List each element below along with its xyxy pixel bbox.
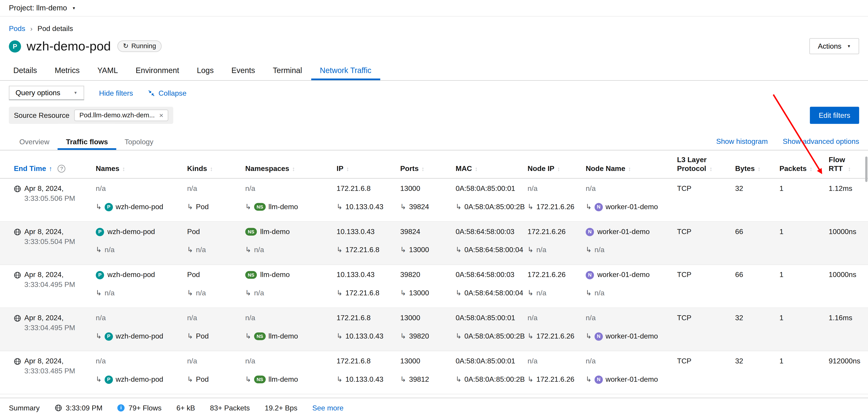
project-selector[interactable]: Project: llm-demo ▼: [9, 4, 76, 12]
sort-icon[interactable]: ↕: [709, 165, 712, 173]
source-value: wzh-demo-pod: [107, 227, 155, 236]
cell-end-time: Apr 8, 2024,3:33:03.485 PM: [14, 351, 96, 394]
help-icon[interactable]: ?: [58, 165, 65, 173]
cell-packets: 1: [779, 308, 829, 350]
page-title: wzh-demo-pod: [27, 39, 111, 54]
source-value: n/a: [187, 357, 197, 366]
destination-arrow-icon: ↳: [187, 375, 193, 384]
sort-ascending-icon[interactable]: ↑: [49, 165, 52, 173]
value: TCP: [677, 227, 691, 236]
node-badge: N: [595, 203, 603, 211]
subtab-overview[interactable]: Overview: [11, 134, 58, 150]
sort-icon[interactable]: ↕: [557, 165, 560, 173]
tab-logs[interactable]: Logs: [188, 61, 223, 80]
cell-mac: 0A:58:0A:85:00:01↳0A:58:0A:85:00:2B: [456, 179, 528, 221]
sort-icon[interactable]: ↕: [809, 165, 812, 173]
column-label: MAC: [456, 164, 472, 173]
column-header-ip[interactable]: IP↕: [337, 164, 400, 178]
chip-close-icon[interactable]: ×: [159, 111, 163, 119]
table-row[interactable]: Apr 8, 2024,3:33:05.504 PMPwzh-demo-pod↳…: [0, 222, 868, 265]
source-value: n/a: [528, 184, 537, 193]
cell-ports: 39820↳13000: [400, 265, 456, 308]
destination-value: 39820: [409, 332, 429, 341]
column-header-mac[interactable]: MAC↕: [456, 164, 528, 178]
destination-value: n/a: [104, 246, 115, 254]
cell-bytes: 32: [735, 179, 779, 221]
status-badge-label: Running: [131, 42, 156, 50]
summary-bar: Summary 3:33:09 PM i 79+ Flows 6+ kB 83+…: [0, 398, 868, 417]
summary-packets: 83+ Packets: [210, 404, 250, 412]
app: Project: llm-demo ▼ Pods › Pod details P…: [0, 0, 868, 417]
scrollbar-thumb[interactable]: [865, 157, 868, 182]
subtab-traffic-flows[interactable]: Traffic flows: [58, 134, 116, 150]
collapse-label: Collapse: [158, 89, 186, 97]
actions-dropdown[interactable]: Actions ▼: [810, 38, 859, 54]
hide-filters-link[interactable]: Hide filters: [99, 89, 133, 97]
tab-yaml[interactable]: YAML: [89, 61, 127, 80]
source-value: 172.21.6.26: [528, 271, 566, 279]
destination-value: Pod: [196, 332, 209, 341]
sort-icon[interactable]: ↕: [422, 165, 424, 173]
destination-value: llm-demo: [269, 202, 298, 211]
see-more-link[interactable]: See more: [312, 404, 344, 412]
breadcrumb-pods-link[interactable]: Pods: [9, 25, 25, 33]
destination-arrow-icon: ↳: [400, 202, 406, 211]
sort-icon[interactable]: ↕: [122, 165, 125, 173]
cell-namespaces: n/a↳NSllm-demo: [245, 351, 337, 394]
source-value: n/a: [187, 184, 197, 193]
cell-flow-rtt: 1.12ms: [829, 179, 868, 221]
show-advanced-options-link[interactable]: Show advanced options: [783, 137, 859, 146]
source-value: 0A:58:64:58:00:03: [456, 271, 515, 279]
column-header-ports[interactable]: Ports↕: [400, 164, 456, 178]
query-options-dropdown[interactable]: Query options ▼: [9, 86, 84, 100]
column-header-namespaces[interactable]: Namespaces↕: [245, 164, 337, 178]
cell-kinds: n/a↳Pod: [187, 308, 245, 350]
source-value: 172.21.6.8: [337, 357, 371, 366]
sort-icon[interactable]: ↕: [848, 165, 851, 173]
table-row[interactable]: Apr 8, 2024,3:33:04.495 PMn/a↳Pwzh-demo-…: [0, 308, 868, 351]
tab-metrics[interactable]: Metrics: [46, 61, 89, 80]
tab-details[interactable]: Details: [4, 61, 46, 80]
column-header-names[interactable]: Names↕: [96, 164, 187, 178]
sort-icon[interactable]: ↕: [757, 165, 761, 173]
column-header-node-name[interactable]: Node Name↕: [586, 164, 677, 178]
show-histogram-link[interactable]: Show histogram: [716, 137, 768, 146]
collapse-button[interactable]: Collapse: [148, 89, 186, 97]
column-header-end-time[interactable]: End Time↑?: [14, 164, 96, 178]
column-header-flow-rtt[interactable]: FlowRTT↕: [829, 155, 868, 178]
table-row[interactable]: Apr 8, 2024,3:33:04.495 PMPwzh-demo-pod↳…: [0, 265, 868, 308]
cell-end-time: Apr 8, 2024,3:33:05.506 PM: [14, 179, 96, 221]
subtab-topology[interactable]: Topology: [116, 134, 162, 150]
sort-icon[interactable]: ↕: [210, 165, 213, 173]
cell-kinds: Pod↳n/a: [187, 265, 245, 308]
sort-icon[interactable]: ↕: [346, 165, 349, 173]
destination-value: n/a: [536, 246, 547, 254]
destination-arrow-icon: ↳: [187, 246, 193, 254]
table-row[interactable]: Apr 8, 2024,3:33:05.506 PMn/a↳Pwzh-demo-…: [0, 179, 868, 222]
cell-namespaces: NSllm-demo↳n/a: [245, 265, 337, 308]
sort-icon[interactable]: ↕: [292, 165, 295, 173]
destination-arrow-icon: ↳: [187, 289, 193, 298]
column-header-kinds[interactable]: Kinds↕: [187, 164, 245, 178]
cell-names: Pwzh-demo-pod↳n/a: [96, 222, 187, 264]
column-header-l3-layer-protocol[interactable]: L3 LayerProtocol↕: [677, 155, 735, 178]
table-row[interactable]: Apr 8, 2024,3:33:03.485 PMn/a↳Pwzh-demo-…: [0, 351, 868, 394]
tab-terminal[interactable]: Terminal: [264, 61, 311, 80]
tab-network-traffic[interactable]: Network Traffic: [311, 61, 380, 80]
column-header-packets[interactable]: Packets↕: [779, 164, 829, 178]
tab-environment[interactable]: Environment: [127, 61, 188, 80]
sort-icon[interactable]: ↕: [475, 165, 478, 173]
edit-filters-button[interactable]: Edit filters: [810, 107, 859, 124]
column-header-node-ip[interactable]: Node IP↕: [528, 164, 586, 178]
column-label: L3 LayerProtocol: [677, 155, 707, 173]
summary-label[interactable]: Summary: [9, 404, 40, 412]
globe-icon: [14, 271, 21, 279]
column-header-bytes[interactable]: Bytes↕: [735, 164, 779, 178]
filter-chip[interactable]: Pod.llm-demo.wzh-dem... ×: [74, 109, 168, 121]
destination-value: llm-demo: [269, 375, 298, 384]
cell-packets: 1: [779, 222, 829, 264]
sort-icon[interactable]: ↕: [628, 165, 631, 173]
destination-value: Pod: [196, 375, 209, 384]
value: 32: [735, 314, 743, 322]
tab-events[interactable]: Events: [222, 61, 264, 80]
